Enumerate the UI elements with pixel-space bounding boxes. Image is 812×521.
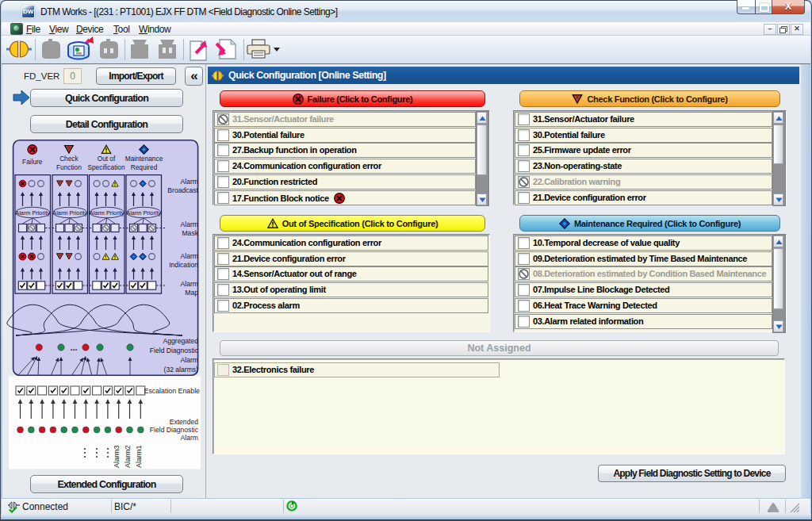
svg-text:Alarm: Alarm — [181, 356, 198, 364]
svg-text:Field Diagnostic: Field Diagnostic — [150, 347, 199, 354]
svg-text:Indication: Indication — [169, 261, 198, 269]
svg-text:Check: Check — [59, 155, 79, 163]
svg-text:Escalation Enable: Escalation Enable — [144, 387, 201, 395]
svg-text:Alarm: Alarm — [181, 434, 198, 442]
svg-text:Map: Map — [185, 289, 198, 297]
svg-text:Failure: Failure — [22, 158, 43, 166]
svg-text:Broadcast: Broadcast — [167, 186, 198, 194]
svg-text:Out of: Out of — [98, 155, 116, 163]
svg-text:Alarm1: Alarm1 — [135, 445, 143, 468]
svg-text:Maintenance: Maintenance — [125, 155, 163, 163]
svg-text:Alarm: Alarm — [181, 252, 198, 260]
svg-text:Alarm3: Alarm3 — [113, 445, 121, 468]
svg-text:Alarm Priority: Alarm Priority — [15, 209, 50, 216]
svg-text:(32 alarms): (32 alarms) — [164, 366, 199, 374]
svg-text:Aggregated: Aggregated — [163, 337, 199, 345]
svg-text:Alarm2: Alarm2 — [124, 445, 132, 468]
svg-text:Alarm Priority: Alarm Priority — [126, 209, 161, 216]
svg-text:Alarm Priority: Alarm Priority — [52, 209, 87, 216]
svg-text:Field Diagnostic: Field Diagnostic — [150, 426, 199, 434]
svg-text:Function: Function — [56, 163, 82, 171]
svg-text:Mask: Mask — [182, 229, 198, 237]
svg-text:Alarm: Alarm — [181, 178, 198, 186]
svg-text:Alarm: Alarm — [181, 280, 198, 288]
svg-text:Specification: Specification — [87, 163, 124, 171]
svg-text:Extended: Extended — [170, 418, 199, 426]
svg-text:Alarm: Alarm — [181, 220, 198, 228]
svg-text:...: ... — [70, 343, 77, 352]
svg-text:Alarm Priority: Alarm Priority — [90, 209, 124, 216]
svg-text:Required: Required — [131, 163, 158, 171]
